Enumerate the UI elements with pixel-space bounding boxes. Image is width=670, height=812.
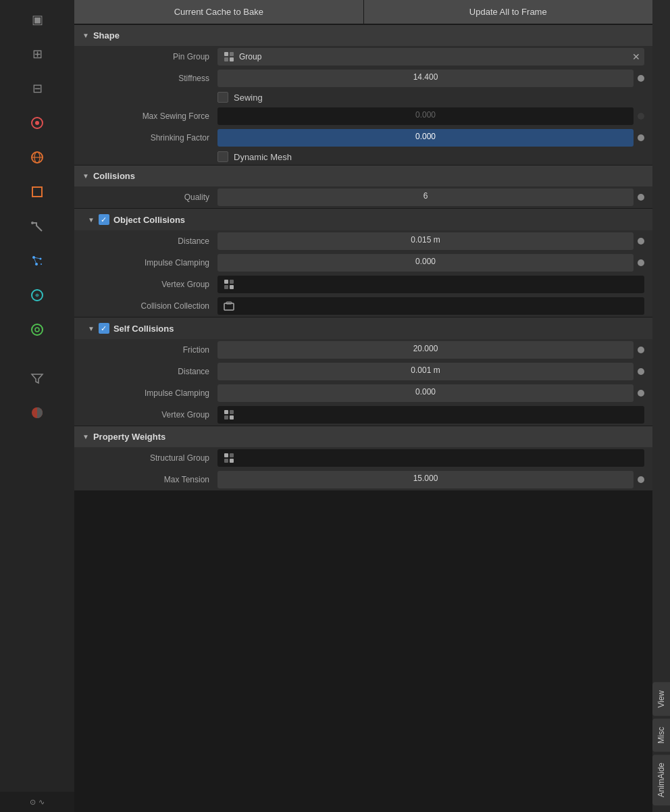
quality-row: Quality 6 xyxy=(74,186,652,208)
self-vertex-icon xyxy=(223,409,235,421)
collisions-arrow-icon: ▼ xyxy=(82,172,89,180)
shrinking-factor-value: 0.000 xyxy=(217,129,644,147)
particles-icon[interactable] xyxy=(21,245,53,277)
stiffness-field[interactable]: 14.400 xyxy=(217,70,634,87)
self-impulse-clamping-field[interactable]: 0.000 xyxy=(217,384,634,402)
constraints-icon[interactable] xyxy=(21,313,53,346)
shape-section-header[interactable]: ▼ Shape xyxy=(74,24,652,46)
collision-collection-field[interactable] xyxy=(217,297,644,315)
self-distance-row: Distance 0.001 m xyxy=(74,361,652,382)
obj-vertex-group-field[interactable] xyxy=(217,276,644,293)
max-tension-row: Max Tension 15.000 xyxy=(74,469,652,490)
self-collisions-header[interactable]: ▼ ✓ Self Collisions xyxy=(74,317,652,339)
vertex-group-icon xyxy=(223,51,235,63)
self-impulse-clamping-dot[interactable] xyxy=(638,390,644,397)
svg-line-12 xyxy=(34,257,36,264)
object-collisions-header[interactable]: ▼ ✓ Object Collisions xyxy=(74,208,652,230)
object-collisions-title: Object Collisions xyxy=(113,215,185,225)
svg-point-14 xyxy=(32,324,43,335)
shape-section-body: Pin Group Group ✕ xyxy=(74,46,652,165)
svg-rect-28 xyxy=(230,410,234,414)
self-distance-dot[interactable] xyxy=(638,368,644,375)
tab-animaide[interactable]: AnimAide xyxy=(652,755,670,805)
obj-vertex-group-value xyxy=(217,276,644,293)
max-sewing-force-row: Max Sewing Force 0.000 xyxy=(74,105,652,127)
update-all-to-frame-button[interactable]: Update All to Frame xyxy=(364,0,653,24)
svg-rect-20 xyxy=(230,57,234,61)
quality-field[interactable]: 6 xyxy=(217,188,634,206)
self-distance-label: Distance xyxy=(82,367,217,376)
self-collisions-checkbox[interactable]: ✓ xyxy=(99,323,109,334)
svg-point-9 xyxy=(35,263,38,265)
current-cache-to-bake-button[interactable]: Current Cache to Bake xyxy=(74,0,364,24)
shader-icon[interactable] xyxy=(21,397,53,429)
self-impulse-clamping-value: 0.000 xyxy=(217,384,644,402)
max-tension-value: 15.000 xyxy=(217,471,644,488)
max-tension-label: Max Tension xyxy=(82,475,217,484)
dynamic-mesh-checkbox[interactable] xyxy=(217,151,228,162)
physics-icon[interactable] xyxy=(21,279,53,311)
svg-rect-17 xyxy=(224,52,228,56)
structural-group-field[interactable] xyxy=(217,449,644,467)
output-icon[interactable]: ⊞ xyxy=(21,38,53,70)
svg-rect-24 xyxy=(230,285,234,289)
property-weights-header[interactable]: ▼ Property Weights xyxy=(74,426,652,447)
max-tension-dot[interactable] xyxy=(638,476,644,483)
modifier-icon[interactable] xyxy=(21,210,53,243)
friction-field[interactable]: 20.000 xyxy=(217,341,634,359)
shape-section-title: Shape xyxy=(93,30,120,41)
pin-group-value: Group ✕ xyxy=(217,48,644,66)
tab-view[interactable]: View xyxy=(652,682,670,716)
stiffness-value: 14.400 xyxy=(217,70,644,87)
view-layer-icon[interactable]: ⊟ xyxy=(21,72,53,105)
max-sewing-force-value: 0.000 xyxy=(217,107,644,125)
structural-group-row: Structural Group xyxy=(74,447,652,469)
friction-dot[interactable] xyxy=(638,347,644,353)
object-icon[interactable] xyxy=(21,176,53,208)
world-icon[interactable] xyxy=(21,141,53,174)
sewing-label: Sewing xyxy=(234,93,263,103)
pin-group-field[interactable]: Group ✕ xyxy=(217,48,644,66)
tab-misc[interactable]: Misc xyxy=(652,719,670,752)
shrinking-factor-field[interactable]: 0.000 xyxy=(217,129,634,147)
obj-impulse-clamping-dot[interactable] xyxy=(638,259,644,266)
object-collisions-checkbox[interactable]: ✓ xyxy=(99,214,109,225)
sewing-checkbox[interactable] xyxy=(217,92,228,103)
property-weights-title: Property Weights xyxy=(93,432,165,442)
quality-dot[interactable] xyxy=(638,194,644,201)
self-vertex-group-label: Vertex Group xyxy=(82,410,217,420)
sidebar: ▣ ⊞ ⊟ xyxy=(0,0,74,812)
collisions-section-title: Collisions xyxy=(93,171,135,181)
self-distance-field[interactable]: 0.001 m xyxy=(217,363,634,380)
self-vertex-group-field[interactable] xyxy=(217,406,644,424)
obj-impulse-clamping-field[interactable]: 0.000 xyxy=(217,254,634,272)
scene-icon[interactable] xyxy=(21,107,53,139)
svg-point-1 xyxy=(35,121,39,125)
pin-group-close-button[interactable]: ✕ xyxy=(632,51,640,62)
shape-arrow-icon: ▼ xyxy=(82,32,89,39)
collisions-section-header[interactable]: ▼ Collisions xyxy=(74,165,652,186)
shrinking-factor-dot[interactable] xyxy=(638,134,644,141)
obj-distance-dot[interactable] xyxy=(638,238,644,245)
object-collisions-arrow-icon: ▼ xyxy=(88,216,95,224)
max-tension-field[interactable]: 15.000 xyxy=(217,471,634,488)
filter-icon[interactable] xyxy=(21,362,53,395)
obj-distance-value: 0.015 m xyxy=(217,232,644,250)
obj-impulse-clamping-value: 0.000 xyxy=(217,254,644,272)
quality-value: 6 xyxy=(217,188,644,206)
structural-group-value xyxy=(217,449,644,467)
obj-distance-field[interactable]: 0.015 m xyxy=(217,232,634,250)
properties-panel: Current Cache to Bake Update All to Fram… xyxy=(74,0,652,812)
self-vertex-group-value xyxy=(217,406,644,424)
obj-vertex-icon xyxy=(223,278,235,290)
obj-impulse-clamping-label: Impulse Clamping xyxy=(82,258,217,268)
stiffness-dot[interactable] xyxy=(638,75,644,82)
render-icon[interactable]: ▣ xyxy=(21,3,53,36)
obj-impulse-clamping-row: Impulse Clamping 0.000 xyxy=(74,252,652,274)
max-sewing-force-dot xyxy=(638,113,644,120)
max-sewing-force-label: Max Sewing Force xyxy=(82,111,217,121)
sewing-row: Sewing xyxy=(74,89,652,105)
structural-group-label: Structural Group xyxy=(82,453,217,463)
obj-distance-row: Distance 0.015 m xyxy=(74,230,652,252)
self-distance-value: 0.001 m xyxy=(217,363,644,380)
